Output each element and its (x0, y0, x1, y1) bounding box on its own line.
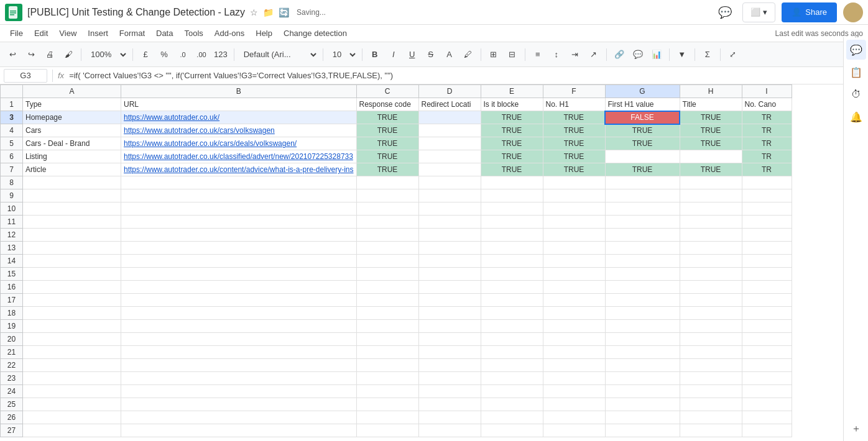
row-num-6[interactable]: 6 (1, 150, 23, 163)
comment-button[interactable]: 💬 (714, 1, 736, 24)
text-color-button[interactable]: A (441, 46, 458, 63)
side-panel-notification-icon[interactable]: 🔔 (846, 107, 866, 127)
cell-b6[interactable]: https://www.autotrader.co.uk/classified/… (121, 150, 357, 163)
cell-g6[interactable] (605, 150, 680, 163)
cell-e5[interactable]: TRUE (481, 137, 543, 150)
side-panel-comment-icon[interactable]: 💬 (846, 40, 866, 60)
cell-e3[interactable]: TRUE (481, 111, 543, 124)
menu-view[interactable]: View (54, 27, 81, 39)
cell-a6[interactable]: Listing (23, 150, 121, 163)
cell-b7[interactable]: https://www.autotrader.co.uk/content/adv… (121, 163, 357, 176)
cell-d3[interactable] (418, 111, 481, 124)
cell-c6[interactable]: TRUE (356, 150, 418, 163)
cell-c3[interactable]: TRUE (356, 111, 418, 124)
cell-c4[interactable]: TRUE (356, 124, 418, 137)
print-button[interactable]: 🖨 (41, 46, 58, 63)
col-header-i[interactable]: I (742, 85, 792, 98)
row-num-16[interactable]: 16 (1, 281, 23, 294)
share-button[interactable]: 👤 Share (782, 2, 837, 22)
link-button[interactable]: 🔗 (611, 46, 628, 63)
menu-format[interactable]: Format (114, 27, 150, 39)
row-num-17[interactable]: 17 (1, 294, 23, 307)
cell-d6[interactable] (418, 150, 481, 163)
row-num-18[interactable]: 18 (1, 307, 23, 320)
user-avatar[interactable] (843, 2, 863, 22)
cell-f7[interactable]: TRUE (543, 163, 605, 176)
menu-change-detection[interactable]: Change detection (279, 27, 352, 39)
menu-help[interactable]: Help (251, 27, 277, 39)
cell-h1[interactable]: Title (680, 98, 742, 111)
cell-i5[interactable]: TR (742, 137, 792, 150)
paint-format-button[interactable]: 🖌 (60, 46, 77, 63)
cell-h4[interactable]: TRUE (680, 124, 742, 137)
row-num-20[interactable]: 20 (1, 333, 23, 346)
col-header-a[interactable]: A (23, 85, 121, 98)
menu-edit[interactable]: Edit (29, 27, 53, 39)
rotate-button[interactable]: ↗ (585, 46, 603, 63)
cell-b3[interactable]: https://www.autotrader.co.uk/ (121, 111, 357, 124)
cell-c5[interactable]: TRUE (356, 137, 418, 150)
bold-button[interactable]: B (366, 46, 384, 63)
col-header-e[interactable]: E (481, 85, 543, 98)
present-button[interactable]: ⬜ ▾ (742, 2, 775, 22)
row-num-7[interactable]: 7 (1, 163, 23, 176)
row-num-14[interactable]: 14 (1, 255, 23, 268)
cell-b4[interactable]: https://www.autotrader.co.uk/cars/volksw… (121, 124, 357, 137)
side-panel-history-icon[interactable]: 📋 (846, 62, 866, 82)
cell-a3[interactable]: Homepage (23, 111, 121, 124)
cell-g3[interactable]: FALSE (605, 111, 680, 124)
cell-a4[interactable]: Cars (23, 124, 121, 137)
menu-file[interactable]: File (5, 27, 28, 39)
cell-d1[interactable]: Redirect Locati (418, 98, 481, 111)
row-num-10[interactable]: 10 (1, 202, 23, 216)
cell-g5[interactable]: TRUE (605, 137, 680, 150)
cell-reference-input[interactable] (4, 69, 47, 83)
row-num-11[interactable]: 11 (1, 216, 23, 229)
col-header-f[interactable]: F (543, 85, 605, 98)
underline-button[interactable]: U (404, 46, 421, 63)
cell-i1[interactable]: No. Cano (742, 98, 792, 111)
row-num-19[interactable]: 19 (1, 320, 23, 333)
row-num-3[interactable]: 3 (1, 111, 23, 124)
cell-i6[interactable]: TR (742, 150, 792, 163)
row-num-23[interactable]: 23 (1, 372, 23, 385)
align-button[interactable]: ≡ (529, 46, 547, 63)
font-select[interactable]: Default (Ari... (238, 46, 319, 63)
folder-icon[interactable]: 📁 (263, 7, 274, 17)
cell-h7[interactable]: TRUE (680, 163, 742, 176)
row-num-22[interactable]: 22 (1, 359, 23, 372)
cell-f5[interactable]: TRUE (543, 137, 605, 150)
cell-a7[interactable]: Article (23, 163, 121, 176)
number-format-button[interactable]: 123 (211, 46, 230, 63)
decimal-decrease-button[interactable]: .0 (174, 46, 192, 63)
cell-h5[interactable]: TRUE (680, 137, 742, 150)
cell-a5[interactable]: Cars - Deal - Brand (23, 137, 121, 150)
italic-button[interactable]: I (385, 46, 402, 63)
add-row-button[interactable]: ＋ (846, 419, 866, 439)
menu-data[interactable]: Data (151, 27, 178, 39)
wrap-button[interactable]: ⇥ (566, 46, 584, 63)
cell-i4[interactable]: TR (742, 124, 792, 137)
expand-button[interactable]: ⤢ (724, 46, 742, 63)
undo-button[interactable]: ↩ (4, 46, 21, 63)
highlight-color-button[interactable]: 🖊 (459, 46, 477, 63)
col-header-b[interactable]: B (121, 85, 357, 98)
merge-button[interactable]: ⊟ (504, 46, 521, 63)
currency-button[interactable]: £ (137, 46, 154, 63)
percent-button[interactable]: % (155, 46, 173, 63)
star-icon[interactable]: ☆ (250, 7, 258, 17)
row-num-15[interactable]: 15 (1, 268, 23, 281)
strikethrough-button[interactable]: S (422, 46, 440, 63)
cell-d4[interactable] (418, 124, 481, 137)
col-header-c[interactable]: C (356, 85, 418, 98)
row-num-9[interactable]: 9 (1, 189, 23, 202)
menu-addons[interactable]: Add-ons (210, 27, 249, 39)
borders-button[interactable]: ⊞ (485, 46, 502, 63)
cell-b5[interactable]: https://www.autotrader.co.uk/cars/deals/… (121, 137, 357, 150)
row-num-4[interactable]: 4 (1, 124, 23, 137)
sheet-scroll[interactable]: A B C D E F G H I 1 Type URL Response c (0, 84, 868, 441)
cell-f4[interactable]: TRUE (543, 124, 605, 137)
cell-c1[interactable]: Response code (356, 98, 418, 111)
row-num-13[interactable]: 13 (1, 242, 23, 255)
cell-d5[interactable] (418, 137, 481, 150)
